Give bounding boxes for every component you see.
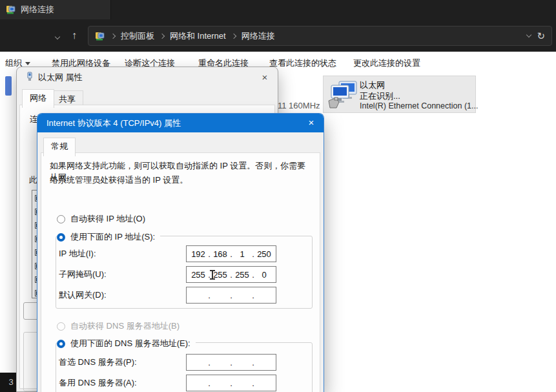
breadcrumb-separator-icon [110, 33, 116, 38]
eth-dialog-title: 以太网 属性 [38, 67, 83, 87]
octet: 255 [233, 270, 251, 280]
window-titlebar: 网络连接 [0, 0, 556, 19]
subnet-mask-row: 子网掩码(U): 255.255.255.0 [59, 266, 304, 283]
breadcrumb-network-internet[interactable]: 网络和 Internet [170, 30, 226, 42]
alternate-dns-row: 备用 DNS 服务器(A): ... [59, 375, 304, 391]
toolbar-change-settings[interactable]: 更改此连接的设置 [353, 57, 420, 69]
alternate-dns-label: 备用 DNS 服务器(A): [59, 375, 137, 391]
adapter-icon-fragment [5, 76, 12, 96]
default-gateway-label: 默认网关(D): [59, 287, 107, 304]
clipped-adapter-text: 11 160MHz [278, 101, 320, 110]
nic-icon [25, 72, 35, 82]
preferred-dns-row: 首选 DNS 服务器(P): ... [59, 354, 304, 371]
octet: 255 [189, 270, 207, 280]
network-connections-screen: 网络连接 ← → ↑ 控制面板 网络和 Internet 网络连接 ↻ 组织 禁… [0, 0, 556, 392]
chevron-down-icon [55, 34, 60, 39]
breadcrumb-control-panel[interactable]: 控制面板 [121, 30, 154, 42]
octet-dot: . [229, 291, 233, 300]
ip-address-input[interactable]: 192.168.1.250 [186, 245, 276, 262]
ip-address-row: IP 地址(I): 192.168.1.250 [59, 245, 304, 262]
tab-network[interactable]: 网络 [22, 89, 54, 108]
octet-dot: . [229, 358, 233, 367]
radio-icon [57, 215, 65, 223]
ip-dialog-close-icon[interactable]: × [304, 116, 318, 130]
octet-dot: . [251, 378, 255, 388]
octet: 1 [233, 249, 251, 259]
ethernet-adapter-item[interactable]: 以太网 正在识别... Intel(R) Ethernet Connection… [323, 76, 476, 113]
radio-icon [57, 340, 65, 348]
dropdown-arrow-icon [25, 62, 30, 65]
preferred-dns-label: 首选 DNS 服务器(P): [59, 354, 137, 371]
refresh-icon[interactable]: ↻ [537, 30, 545, 42]
ip-description-line2: 络系统管理员处获得适当的 IP 设置。 [50, 174, 312, 186]
octet-dot: . [229, 378, 233, 388]
alternate-dns-input[interactable]: ... [186, 375, 276, 391]
radio-auto-dns: 自动获得 DNS 服务器地址(B) [57, 319, 185, 333]
default-gateway-input[interactable]: ... [186, 287, 276, 304]
address-dropdown-icon[interactable] [526, 32, 531, 37]
adapter-name: 以太网 [360, 79, 385, 91]
octet: 168 [211, 249, 229, 259]
octet-dot: . [251, 358, 255, 367]
up-icon[interactable]: ↑ [65, 26, 84, 45]
adapter-device: Intel(R) Ethernet Connection (1... [360, 101, 478, 110]
ip-address-label: IP 地址(I): [59, 245, 96, 262]
octet-dot: . [207, 358, 211, 367]
subnet-mask-label: 子网掩码(U): [59, 266, 107, 283]
adapter-status: 正在识别... [360, 90, 400, 102]
ethernet-adapter-icon [327, 81, 358, 109]
toolbar-view-status[interactable]: 查看此连接的状态 [269, 57, 336, 69]
tcpipv4-properties-dialog: Internet 协议版本 4 (TCP/IPv4) 属性 × 常规 如果网络支… [37, 113, 324, 392]
address-location-icon [95, 31, 105, 41]
radio-manual-dns[interactable]: 使用下面的 DNS 服务器地址(E): [57, 336, 196, 351]
default-gateway-row: 默认网关(D): ... [59, 287, 304, 304]
octet-dot: . [207, 378, 211, 388]
octet: 250 [255, 249, 273, 259]
subnet-mask-input[interactable]: 255.255.255.0 [186, 266, 276, 283]
window-title: 网络连接 [21, 0, 54, 19]
octet: 0 [255, 270, 273, 280]
radio-manual-ip[interactable]: 使用下面的 IP 地址(S): [57, 230, 160, 244]
explorer-tab[interactable]: 网络连接 [0, 0, 111, 19]
address-bar[interactable]: 控制面板 网络和 Internet 网络连接 ↻ [88, 26, 552, 46]
ip-dialog-titlebar: Internet 协议版本 4 (TCP/IPv4) 属性 × [37, 114, 324, 132]
ip-dialog-title: Internet 协议版本 4 (TCP/IPv4) 属性 [46, 114, 181, 132]
octet: 192 [189, 249, 207, 259]
preferred-dns-input[interactable]: ... [186, 354, 276, 371]
breadcrumb-separator-icon [160, 33, 165, 38]
radio-auto-ip[interactable]: 自动获得 IP 地址(O) [57, 212, 150, 226]
eth-dialog-close-icon[interactable]: × [258, 70, 272, 85]
octet-dot: . [207, 291, 211, 300]
octet-dot: . [251, 291, 255, 300]
radio-icon [57, 233, 65, 242]
breadcrumb-separator-icon [231, 33, 236, 38]
network-connections-icon [6, 5, 16, 15]
breadcrumb-network-connections[interactable]: 网络连接 [242, 30, 275, 42]
tab-general[interactable]: 常规 [43, 138, 76, 156]
radio-icon [57, 322, 65, 331]
text-cursor [212, 270, 213, 280]
